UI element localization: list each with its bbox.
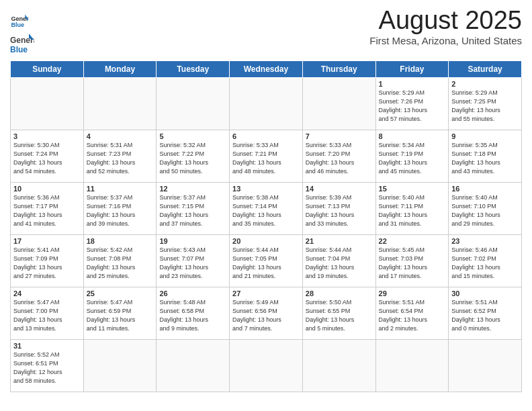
calendar-cell: 17Sunrise: 5:41 AM Sunset: 7:09 PM Dayli… [11, 235, 84, 287]
day-info: Sunrise: 5:37 AM Sunset: 7:15 PM Dayligh… [159, 193, 226, 228]
calendar-week-3: 10Sunrise: 5:36 AM Sunset: 7:17 PM Dayli… [11, 183, 522, 235]
day-info: Sunrise: 5:41 AM Sunset: 7:09 PM Dayligh… [13, 246, 81, 281]
day-number: 24 [13, 289, 81, 298]
calendar-cell: 10Sunrise: 5:36 AM Sunset: 7:17 PM Dayli… [11, 183, 84, 235]
day-number: 5 [159, 132, 226, 140]
calendar-subtitle: First Mesa, Arizona, United States [369, 35, 522, 46]
logo-icon: General Blue [10, 11, 29, 30]
day-info: Sunrise: 5:29 AM Sunset: 7:26 PM Dayligh… [379, 89, 446, 124]
day-number: 22 [379, 237, 446, 245]
calendar-cell: 14Sunrise: 5:39 AM Sunset: 7:13 PM Dayli… [302, 183, 375, 235]
calendar-cell [230, 340, 303, 392]
day-info: Sunrise: 5:34 AM Sunset: 7:19 PM Dayligh… [379, 141, 446, 176]
day-info: Sunrise: 5:47 AM Sunset: 6:59 PM Dayligh… [87, 298, 154, 333]
day-number: 23 [451, 237, 519, 245]
calendar-cell: 4Sunrise: 5:31 AM Sunset: 7:23 PM Daylig… [83, 130, 157, 183]
calendar-header-row: SundayMondayTuesdayWednesdayThursdayFrid… [11, 61, 522, 78]
weekday-header-tuesday: Tuesday [157, 61, 230, 78]
day-number: 6 [232, 132, 300, 140]
day-number: 10 [13, 185, 81, 193]
day-number: 21 [306, 237, 373, 245]
day-number: 15 [379, 185, 446, 193]
calendar-cell: 25Sunrise: 5:47 AM Sunset: 6:59 PM Dayli… [83, 287, 157, 340]
calendar-cell: 8Sunrise: 5:34 AM Sunset: 7:19 PM Daylig… [375, 130, 449, 183]
calendar-cell: 18Sunrise: 5:42 AM Sunset: 7:08 PM Dayli… [83, 235, 157, 287]
day-number: 4 [87, 132, 154, 140]
calendar-cell [375, 340, 449, 392]
day-number: 11 [87, 185, 154, 193]
calendar-cell: 23Sunrise: 5:46 AM Sunset: 7:02 PM Dayli… [449, 235, 522, 287]
day-info: Sunrise: 5:49 AM Sunset: 6:56 PM Dayligh… [232, 298, 300, 333]
day-number: 26 [159, 289, 226, 298]
day-number: 8 [379, 132, 446, 140]
day-info: Sunrise: 5:37 AM Sunset: 7:16 PM Dayligh… [87, 193, 154, 228]
calendar-week-1: 1Sunrise: 5:29 AM Sunset: 7:26 PM Daylig… [11, 78, 522, 130]
day-info: Sunrise: 5:51 AM Sunset: 6:54 PM Dayligh… [379, 298, 446, 333]
day-info: Sunrise: 5:36 AM Sunset: 7:17 PM Dayligh… [13, 193, 81, 228]
day-number: 18 [87, 237, 154, 245]
day-info: Sunrise: 5:48 AM Sunset: 6:58 PM Dayligh… [159, 298, 226, 333]
calendar-cell [83, 78, 157, 130]
calendar-cell: 19Sunrise: 5:43 AM Sunset: 7:07 PM Dayli… [157, 235, 230, 287]
day-info: Sunrise: 5:29 AM Sunset: 7:25 PM Dayligh… [451, 89, 519, 124]
calendar-week-4: 17Sunrise: 5:41 AM Sunset: 7:09 PM Dayli… [11, 235, 522, 287]
calendar-cell: 5Sunrise: 5:32 AM Sunset: 7:22 PM Daylig… [157, 130, 230, 183]
calendar-cell: 1Sunrise: 5:29 AM Sunset: 7:26 PM Daylig… [375, 78, 449, 130]
day-info: Sunrise: 5:43 AM Sunset: 7:07 PM Dayligh… [159, 246, 226, 281]
weekday-header-saturday: Saturday [449, 61, 522, 78]
day-number: 29 [379, 289, 446, 298]
svg-text:Blue: Blue [10, 45, 28, 54]
day-info: Sunrise: 5:33 AM Sunset: 7:20 PM Dayligh… [306, 141, 373, 176]
day-number: 30 [451, 289, 519, 298]
day-number: 12 [159, 185, 226, 193]
calendar-cell: 20Sunrise: 5:44 AM Sunset: 7:05 PM Dayli… [230, 235, 303, 287]
calendar-cell: 16Sunrise: 5:40 AM Sunset: 7:10 PM Dayli… [449, 183, 522, 235]
calendar-week-6: 31Sunrise: 5:52 AM Sunset: 6:51 PM Dayli… [11, 340, 522, 392]
calendar-week-2: 3Sunrise: 5:30 AM Sunset: 7:24 PM Daylig… [11, 130, 522, 183]
svg-text:Blue: Blue [11, 21, 24, 28]
calendar-cell: 7Sunrise: 5:33 AM Sunset: 7:20 PM Daylig… [302, 130, 375, 183]
calendar-table: SundayMondayTuesdayWednesdayThursdayFrid… [10, 60, 522, 392]
calendar-cell: 15Sunrise: 5:40 AM Sunset: 7:11 PM Dayli… [375, 183, 449, 235]
calendar-body: 1Sunrise: 5:29 AM Sunset: 7:26 PM Daylig… [11, 78, 522, 392]
calendar-cell [157, 340, 230, 392]
day-info: Sunrise: 5:40 AM Sunset: 7:10 PM Dayligh… [451, 193, 519, 228]
calendar-cell: 30Sunrise: 5:51 AM Sunset: 6:52 PM Dayli… [449, 287, 522, 340]
calendar-cell: 9Sunrise: 5:35 AM Sunset: 7:18 PM Daylig… [449, 130, 522, 183]
weekday-header-sunday: Sunday [11, 61, 84, 78]
calendar-cell: 24Sunrise: 5:47 AM Sunset: 7:00 PM Dayli… [11, 287, 84, 340]
day-number: 17 [13, 237, 81, 245]
calendar-cell [230, 78, 303, 130]
day-info: Sunrise: 5:42 AM Sunset: 7:08 PM Dayligh… [87, 246, 154, 281]
title-area: August 2025 First Mesa, Arizona, United … [369, 7, 522, 46]
day-info: Sunrise: 5:52 AM Sunset: 6:51 PM Dayligh… [13, 351, 81, 385]
day-number: 13 [232, 185, 300, 193]
day-number: 25 [87, 289, 154, 298]
day-number: 2 [451, 80, 519, 88]
day-info: Sunrise: 5:46 AM Sunset: 7:02 PM Dayligh… [451, 246, 519, 281]
day-info: Sunrise: 5:38 AM Sunset: 7:14 PM Dayligh… [232, 193, 300, 228]
calendar-cell [302, 340, 375, 392]
calendar-cell: 26Sunrise: 5:48 AM Sunset: 6:58 PM Dayli… [157, 287, 230, 340]
day-number: 31 [13, 342, 81, 350]
day-info: Sunrise: 5:30 AM Sunset: 7:24 PM Dayligh… [13, 141, 81, 176]
day-number: 7 [306, 132, 373, 140]
day-number: 20 [232, 237, 300, 245]
day-info: Sunrise: 5:44 AM Sunset: 7:05 PM Dayligh… [232, 246, 300, 281]
weekday-header-monday: Monday [83, 61, 157, 78]
day-number: 3 [13, 132, 81, 140]
calendar-cell: 13Sunrise: 5:38 AM Sunset: 7:14 PM Dayli… [230, 183, 303, 235]
day-number: 9 [451, 132, 519, 140]
calendar-cell: 31Sunrise: 5:52 AM Sunset: 6:51 PM Dayli… [11, 340, 84, 392]
day-info: Sunrise: 5:31 AM Sunset: 7:23 PM Dayligh… [87, 141, 154, 176]
calendar-cell [449, 340, 522, 392]
general-blue-logo-graphic: General Blue [10, 32, 34, 56]
day-number: 1 [379, 80, 446, 88]
weekday-header-wednesday: Wednesday [230, 61, 303, 78]
day-number: 28 [306, 289, 373, 298]
logo: General Blue General Blue [10, 11, 34, 56]
day-info: Sunrise: 5:47 AM Sunset: 7:00 PM Dayligh… [13, 298, 81, 333]
day-info: Sunrise: 5:40 AM Sunset: 7:11 PM Dayligh… [379, 193, 446, 228]
calendar-cell: 29Sunrise: 5:51 AM Sunset: 6:54 PM Dayli… [375, 287, 449, 340]
day-info: Sunrise: 5:44 AM Sunset: 7:04 PM Dayligh… [306, 246, 373, 281]
